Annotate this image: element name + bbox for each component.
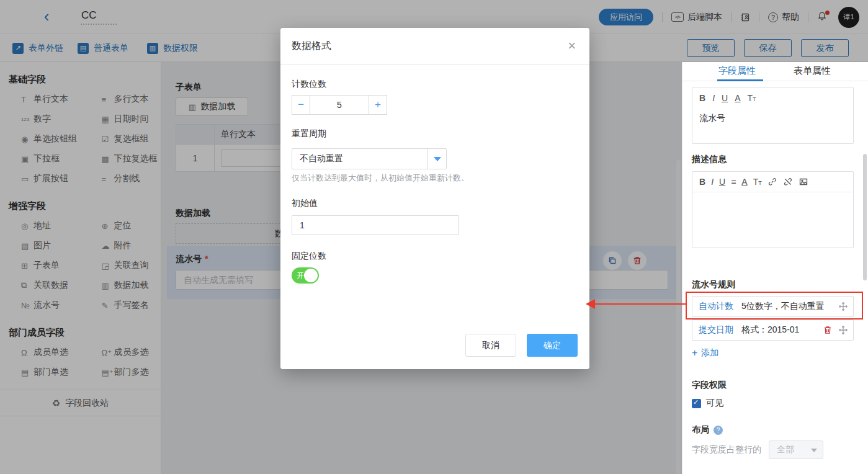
font-size-icon[interactable]: TT (747, 93, 756, 103)
dialog-title: 数据格式 (292, 40, 331, 53)
properties-panel: 字段属性 表单属性 BIUATT 流水号 描述信息 BIU≡ATT 流水号规则 … (682, 62, 868, 474)
initial-value-label: 初始值 (292, 198, 318, 209)
modal-overlay (682, 0, 868, 62)
underline-icon[interactable]: U (719, 177, 725, 187)
unlink-icon[interactable] (783, 177, 793, 187)
italic-icon[interactable]: I (712, 93, 715, 103)
link-icon[interactable] (767, 177, 777, 187)
chevron-down-icon (811, 449, 817, 452)
field-width-label: 字段宽度占整行的 (692, 444, 761, 455)
field-permission-label: 字段权限 (692, 380, 727, 391)
data-format-dialog: 数据格式 × 计数位数 − 5 + 重置周期 不自动重置 仅当计数达到最大值时，… (280, 28, 589, 369)
font-color-icon[interactable]: A (741, 177, 747, 187)
toggle-knob (304, 269, 318, 282)
field-width-row: 字段宽度占整行的 全部 (692, 440, 823, 459)
serial-rules-label: 流水号规则 (692, 279, 735, 290)
description-editor[interactable]: BIU≡ATT (692, 171, 854, 248)
visible-checkbox-row[interactable]: 可见 (692, 398, 723, 409)
description-label: 描述信息 (692, 154, 727, 165)
italic-icon[interactable]: I (711, 177, 714, 187)
tab-field-properties[interactable]: 字段属性 (718, 65, 756, 77)
visible-label: 可见 (706, 398, 723, 409)
dialog-divider (280, 64, 589, 65)
confirm-button[interactable]: 确定 (527, 334, 578, 357)
plus-button[interactable]: + (369, 95, 387, 115)
count-digits-stepper: − 5 + (292, 95, 387, 115)
close-icon[interactable]: × (568, 38, 576, 54)
select-caret-box[interactable] (427, 149, 446, 169)
field-width-value: 全部 (777, 444, 794, 455)
fixed-digits-toggle-on[interactable]: 开 (292, 267, 319, 284)
add-rule-label: 添加 (701, 347, 718, 359)
count-digits-value[interactable]: 5 (310, 95, 369, 115)
reset-cycle-label: 重置周期 (292, 128, 326, 140)
reset-cycle-hint: 仅当计数达到最大值时，从初始值开始重新计数。 (292, 172, 469, 184)
toggle-on-text: 开 (297, 271, 304, 281)
field-name-editor[interactable]: BIUATT 流水号 (692, 87, 854, 144)
font-color-icon[interactable]: A (735, 93, 740, 103)
annotation-highlight-box (686, 292, 863, 320)
initial-value-input[interactable] (292, 215, 459, 235)
form-designer: ‹ CC 应用访问 </> 后端脚本 ? 帮助 谭1 (0, 0, 868, 474)
rule-description: 格式：2015-01 (741, 324, 799, 336)
reset-cycle-value: 不自动重置 (292, 153, 343, 164)
add-rule-button[interactable]: + 添加 (692, 347, 718, 359)
bold-icon[interactable]: B (699, 177, 705, 187)
rule-type-link[interactable]: 提交日期 (699, 324, 733, 336)
cancel-button[interactable]: 取消 (465, 334, 516, 357)
font-size-icon[interactable]: TT (753, 177, 762, 187)
tab-form-properties[interactable]: 表单属性 (794, 65, 831, 77)
move-icon[interactable] (838, 325, 848, 335)
fixed-digits-label: 固定位数 (292, 251, 326, 262)
layout-label: 布局 ? (692, 424, 723, 436)
count-digits-label: 计数位数 (292, 79, 326, 90)
field-width-select[interactable]: 全部 (769, 440, 823, 459)
field-name-value[interactable]: 流水号 (692, 108, 853, 129)
panel-scrollbar[interactable] (863, 154, 867, 280)
reset-cycle-select[interactable]: 不自动重置 (292, 148, 447, 169)
serial-rule-row[interactable]: 提交日期格式：2015-01 (692, 320, 854, 341)
annotation-arrow-line (594, 303, 686, 305)
minus-button[interactable]: − (292, 95, 310, 115)
panel-tabs: 字段属性 表单属性 (682, 62, 868, 81)
checkbox-checked-icon[interactable] (692, 399, 701, 408)
chevron-down-icon (434, 157, 441, 161)
annotation-arrow-head (586, 299, 595, 309)
active-tab-underline (717, 79, 763, 81)
layout-help-icon[interactable]: ? (714, 426, 723, 435)
image-icon[interactable] (799, 177, 808, 187)
bold-icon[interactable]: B (699, 93, 705, 103)
underline-icon[interactable]: U (722, 93, 728, 103)
align-icon[interactable]: ≡ (731, 177, 736, 187)
plus-icon: + (692, 347, 697, 359)
trash-icon[interactable] (823, 325, 833, 335)
